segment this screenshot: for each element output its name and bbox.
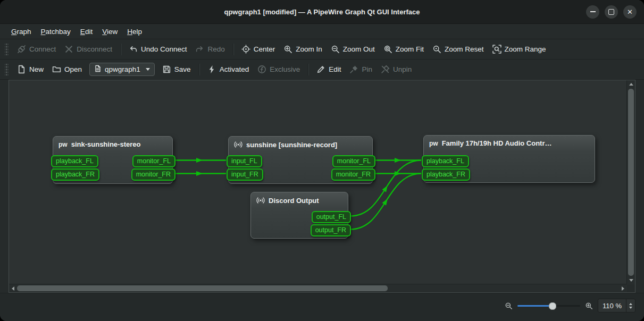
disconnect-button[interactable]: Disconnect [60, 42, 116, 56]
port-input-fl[interactable]: input_FL [227, 155, 262, 167]
node-title: sink-sunshine-stereo [71, 140, 141, 148]
port-monitor-fr[interactable]: monitor_FR [131, 168, 175, 181]
spin-down-icon[interactable] [629, 307, 632, 309]
center-label: Center [254, 45, 275, 53]
horizontal-scrollbar[interactable] [9, 284, 627, 292]
pin-button[interactable]: Pin [345, 62, 377, 77]
connection-arrow [196, 158, 203, 163]
node-header: sunshine [sunshine-record] [229, 137, 372, 153]
menubar: Graph Patchbay Edit View Help [0, 24, 644, 39]
maximize-button[interactable] [605, 5, 618, 19]
new-button[interactable]: New [13, 62, 48, 77]
edit-pencil-icon [316, 65, 325, 74]
unpin-button[interactable]: Unpin [377, 62, 416, 77]
port-playback-fl[interactable]: playback_FL [422, 155, 469, 167]
new-label: New [29, 65, 44, 73]
arrow-up-icon [629, 83, 633, 86]
minimize-button[interactable] [586, 5, 599, 19]
arrow-left-icon [12, 286, 14, 291]
audio-app-icon [234, 140, 242, 149]
node-header: pw Family 17h/19h HD Audio Contr… [424, 136, 595, 151]
graph-node-family-hd-audio[interactable]: pw Family 17h/19h HD Audio Contr… playba… [423, 135, 595, 183]
port-input-fr[interactable]: input_FR [227, 168, 263, 181]
patchbay-selector[interactable]: qpwgraph1 [89, 63, 155, 76]
close-button[interactable]: ✕ [623, 5, 637, 19]
menu-patchbay[interactable]: Patchbay [36, 26, 76, 37]
port-output-fr[interactable]: output_FR [311, 224, 351, 236]
menu-view[interactable]: View [97, 26, 122, 37]
port-monitor-fr[interactable]: monitor_FR [331, 168, 375, 181]
toolbar-main: Connect Disconnect Undo Connect Redo Cen… [0, 39, 644, 60]
zoom-slider-handle[interactable] [549, 302, 556, 310]
scrollbar-corner [627, 284, 635, 292]
zoom-in-button[interactable]: Zoom In [279, 42, 327, 56]
toolbar-separator [120, 44, 121, 55]
connect-button[interactable]: Connect [13, 42, 60, 56]
zoom-fit-label: Zoom Fit [396, 45, 424, 53]
exclusive-button[interactable]: Exclusive [253, 62, 304, 77]
scroll-down-button[interactable] [627, 276, 635, 284]
open-folder-icon [52, 65, 61, 74]
zoom-out-button[interactable]: Zoom Out [327, 42, 379, 56]
node-header: Discord Output [251, 192, 348, 208]
save-button[interactable]: Save [158, 62, 195, 77]
minimize-icon [590, 11, 596, 12]
node-title: sunshine [sunshine-record] [246, 141, 337, 149]
toolbar-grip[interactable] [5, 44, 9, 55]
redo-label: Redo [207, 45, 224, 53]
pipewire-icon: pw [429, 140, 438, 147]
activated-button[interactable]: Activated [203, 62, 254, 77]
port-playback-fr[interactable]: playback_FR [51, 168, 99, 181]
maximize-icon [608, 9, 614, 15]
graph-canvas[interactable]: pw sink-sunshine-stereo playback_FL play… [9, 80, 627, 284]
toolbar-grip[interactable] [5, 64, 9, 75]
undo-connect-button[interactable]: Undo Connect [124, 42, 191, 56]
vertical-scrollbar[interactable] [626, 80, 635, 284]
redo-button[interactable]: Redo [191, 42, 229, 56]
graph-node-discord-output[interactable]: Discord Output output_FL output_FR [250, 192, 348, 239]
connect-icon [17, 45, 26, 54]
horizontal-scrollbar-thumb[interactable] [17, 285, 388, 291]
patchbay-selector-value: qpwgraph1 [105, 65, 140, 73]
scroll-up-button[interactable] [627, 80, 635, 88]
toolbar-separator [233, 44, 233, 55]
zoom-spinbox[interactable]: 110 % [598, 299, 635, 312]
app-window: qpwgraph1 [modified] — A PipeWire Graph … [0, 0, 644, 321]
edit-button[interactable]: Edit [312, 62, 345, 77]
zoom-range-button[interactable]: Zoom Range [488, 42, 550, 56]
menu-help[interactable]: Help [122, 26, 147, 37]
scroll-right-button[interactable] [619, 284, 627, 292]
spin-up-icon[interactable] [629, 303, 632, 305]
port-playback-fr[interactable]: playback_FR [422, 168, 470, 181]
connection-arrow [196, 171, 203, 176]
zoom-controls: 110 % [505, 299, 635, 312]
menu-edit[interactable]: Edit [76, 26, 97, 37]
scroll-left-button[interactable] [9, 284, 17, 292]
port-output-fl[interactable]: output_FL [312, 211, 351, 223]
graph-node-sunshine[interactable]: sunshine [sunshine-record] input_FL inpu… [228, 136, 373, 184]
undo-connect-label: Undo Connect [141, 45, 187, 53]
toolbar-patchbay: New Open qpwgraph1 Save Activated Exclus… [0, 60, 644, 80]
zoom-reset-button[interactable]: Zoom Reset [428, 42, 488, 56]
titlebar[interactable]: qpwgraph1 [modified] — A PipeWire Graph … [0, 0, 644, 24]
zoom-reset-icon [432, 45, 441, 54]
menu-graph[interactable]: Graph [6, 26, 36, 37]
node-title: Family 17h/19h HD Audio Contr… [442, 139, 552, 147]
zoom-fit-button[interactable]: Zoom Fit [379, 42, 428, 56]
port-playback-fl[interactable]: playback_FL [51, 155, 98, 167]
port-monitor-fl[interactable]: monitor_FL [332, 155, 375, 167]
zoom-range-icon [492, 45, 501, 54]
disconnect-icon [64, 45, 73, 54]
vertical-scrollbar-thumb[interactable] [628, 89, 634, 276]
center-button[interactable]: Center [237, 42, 280, 56]
connection-arrow [395, 158, 401, 163]
toolbar-separator [199, 64, 199, 75]
open-button[interactable]: Open [48, 62, 86, 77]
graph-node-sink-sunshine-stereo[interactable]: pw sink-sunshine-stereo playback_FL play… [53, 136, 173, 184]
exclusive-icon [257, 65, 266, 74]
port-monitor-fl[interactable]: monitor_FL [132, 155, 175, 167]
zoom-value: 110 % [598, 299, 626, 312]
zoom-slider[interactable] [517, 302, 580, 309]
exclusive-label: Exclusive [270, 65, 300, 73]
zoom-in-label: Zoom In [296, 45, 322, 53]
